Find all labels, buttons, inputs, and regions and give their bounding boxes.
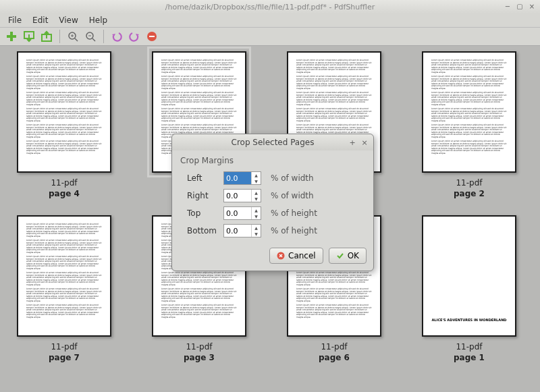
crop-row-right: Right▲▼% of width <box>180 187 365 204</box>
thumbnail-caption: 11-pdfpage 1 <box>454 342 485 363</box>
thumbnail-caption: 11-pdfpage 2 <box>454 178 485 199</box>
dialog-titlebar[interactable]: Crop Selected Pages + × <box>172 134 373 150</box>
crop-top-input[interactable] <box>224 207 251 219</box>
crop-label: Left <box>180 173 223 183</box>
page-thumbnail[interactable]: Lorem ipsum dolor sit amet consectetur a… <box>418 51 520 199</box>
crop-unit: % of width <box>271 173 314 183</box>
crop-row-bottom: Bottom▲▼% of height <box>180 222 365 240</box>
crop-right-spinner[interactable]: ▲▼ <box>223 189 261 202</box>
ok-label: OK <box>348 251 359 260</box>
page-thumbnail[interactable]: Lorem ipsum dolor sit amet consectetur a… <box>14 51 115 199</box>
crop-unit: % of height <box>271 208 317 218</box>
crop-label: Right <box>180 191 223 200</box>
crop-left-spinner[interactable]: ▲▼ <box>223 171 261 185</box>
zoom-in-button[interactable] <box>65 29 80 44</box>
toolbar-separator <box>103 30 104 43</box>
cancel-button[interactable]: Cancel <box>269 248 323 264</box>
crop-margins-label: Crop Margins <box>180 156 365 165</box>
spin-down-icon[interactable]: ▼ <box>252 213 261 219</box>
spin-up-icon[interactable]: ▲ <box>252 172 261 178</box>
menu-edit[interactable]: Edit <box>27 14 53 26</box>
spin-up-icon[interactable]: ▲ <box>252 225 261 231</box>
toolbar <box>0 27 540 46</box>
zoom-out-button[interactable] <box>83 29 98 44</box>
spin-up-icon[interactable]: ▲ <box>252 190 261 196</box>
export-button[interactable] <box>39 29 54 44</box>
close-icon[interactable]: × <box>528 2 536 10</box>
dialog-close-icon[interactable]: × <box>360 138 369 147</box>
page-thumbnail[interactable]: Lorem ipsum dolor sit amet consectetur a… <box>14 215 115 363</box>
toolbar-separator <box>59 30 60 43</box>
add-button[interactable] <box>4 29 19 44</box>
crop-right-input[interactable] <box>224 190 251 202</box>
thumbnail-caption: 11-pdfpage 4 <box>49 178 80 199</box>
delete-button[interactable] <box>144 29 159 44</box>
crop-dialog: Crop Selected Pages + × Crop Margins Lef… <box>171 134 374 271</box>
crop-bottom-input[interactable] <box>224 225 251 237</box>
crop-bottom-spinner[interactable]: ▲▼ <box>223 224 261 237</box>
svg-line-9 <box>92 38 95 41</box>
dialog-maximize-icon[interactable]: + <box>348 138 357 147</box>
redo-button[interactable] <box>127 29 142 44</box>
menu-file[interactable]: File <box>3 14 27 26</box>
crop-top-spinner[interactable]: ▲▼ <box>223 206 261 220</box>
window-title: /home/dazik/Dropbox/ss/file/file/11-pdf.… <box>165 3 375 11</box>
crop-row-left: Left▲▼% of width <box>180 169 365 187</box>
thumbnail-caption: 11-pdfpage 3 <box>184 342 215 363</box>
minimize-icon[interactable]: − <box>504 2 512 10</box>
cancel-label: Cancel <box>288 251 316 260</box>
spin-down-icon[interactable]: ▼ <box>252 178 261 184</box>
crop-row-top: Top▲▼% of height <box>180 204 365 222</box>
page-thumbnail[interactable]: ALICE'S ADVENTURES IN WONDERLAND11-pdfpa… <box>418 215 520 363</box>
crop-label: Top <box>180 208 223 218</box>
window-titlebar: /home/dazik/Dropbox/ss/file/file/11-pdf.… <box>0 0 540 13</box>
svg-rect-12 <box>149 36 155 37</box>
spin-down-icon[interactable]: ▼ <box>252 231 261 237</box>
menu-help[interactable]: Help <box>84 14 113 26</box>
thumbnail-caption: 11-pdfpage 7 <box>49 342 80 363</box>
menu-bar: File Edit View Help <box>0 13 540 27</box>
maximize-icon[interactable]: ▢ <box>516 2 524 10</box>
import-button[interactable] <box>22 29 36 44</box>
crop-label: Bottom <box>180 226 223 235</box>
ok-button[interactable]: OK <box>329 248 367 264</box>
dialog-title: Crop Selected Pages <box>232 138 315 147</box>
crop-left-input[interactable] <box>224 172 251 184</box>
svg-line-5 <box>75 38 78 41</box>
thumbnail-caption: 11-pdfpage 6 <box>319 342 350 363</box>
spin-down-icon[interactable]: ▼ <box>252 196 261 202</box>
crop-unit: % of width <box>271 191 314 200</box>
svg-rect-1 <box>7 35 16 38</box>
crop-unit: % of height <box>271 226 317 235</box>
undo-button[interactable] <box>109 29 124 44</box>
ok-icon <box>336 252 344 260</box>
menu-view[interactable]: View <box>53 14 83 26</box>
spin-up-icon[interactable]: ▲ <box>252 207 261 213</box>
cancel-icon <box>277 252 285 260</box>
